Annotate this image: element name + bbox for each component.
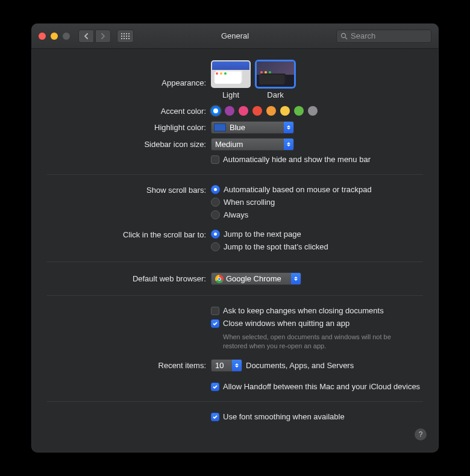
- highlight-value: Blue: [230, 123, 245, 132]
- autohide-menubar-checkbox[interactable]: Automatically hide and show the menu bar: [211, 155, 371, 164]
- scrollbars-option-0[interactable]: Automatically based on mouse or trackpad: [211, 185, 372, 194]
- appearance-light-option[interactable]: [211, 60, 251, 88]
- accent-swatch-0[interactable]: [211, 106, 221, 116]
- divider: [47, 401, 423, 402]
- preferences-window: General Search Appearance: Light Dark: [31, 23, 439, 453]
- grid-icon: [121, 33, 130, 39]
- scrollbars-option-label: When scrolling: [224, 198, 275, 207]
- checkbox-icon: [211, 413, 219, 421]
- zoom-window-button[interactable]: [63, 33, 70, 40]
- select-arrow-icon: [291, 273, 301, 284]
- font-smoothing-label: Use font smoothing when available: [223, 412, 345, 421]
- svg-rect-6: [126, 36, 127, 37]
- recent-label: Recent items:: [31, 361, 211, 370]
- svg-line-13: [345, 37, 347, 39]
- svg-rect-0: [121, 33, 122, 34]
- select-arrow-icon: [232, 360, 242, 371]
- accent-swatch-6[interactable]: [294, 106, 304, 116]
- minimize-window-button[interactable]: [51, 33, 58, 40]
- accent-label: Accent color:: [31, 107, 211, 116]
- accent-color-swatches: [211, 106, 318, 116]
- click-scroll-label: Click in the scroll bar to:: [31, 230, 211, 239]
- svg-rect-1: [124, 33, 125, 34]
- appearance-dark-option[interactable]: [255, 60, 295, 88]
- click-scroll-option-0[interactable]: Jump to the next page: [211, 230, 328, 239]
- checkbox-icon: [211, 155, 219, 164]
- window-controls: [39, 33, 70, 40]
- search-icon: [340, 33, 348, 40]
- click-scroll-option-label: Jump to the spot that's clicked: [224, 242, 328, 251]
- browser-label: Default web browser:: [31, 274, 211, 283]
- divider: [47, 174, 423, 175]
- font-smoothing-checkbox[interactable]: Use font smoothing when available: [211, 412, 345, 421]
- chevron-left-icon: [84, 33, 89, 39]
- radio-icon: [211, 210, 220, 219]
- divider: [47, 261, 423, 262]
- sidebar-size-label: Sidebar icon size:: [31, 140, 211, 149]
- svg-rect-7: [128, 36, 130, 37]
- svg-rect-4: [121, 36, 122, 37]
- svg-rect-5: [124, 36, 125, 37]
- browser-select[interactable]: Google Chrome: [211, 272, 301, 285]
- nav-buttons: [78, 30, 111, 43]
- sidebar-size-select[interactable]: Medium: [211, 138, 294, 151]
- accent-swatch-2[interactable]: [239, 106, 248, 116]
- forward-button[interactable]: [95, 30, 111, 43]
- help-button[interactable]: ?: [415, 428, 427, 440]
- scrollbars-option-label: Always: [224, 210, 248, 219]
- highlight-color-select[interactable]: Blue: [211, 121, 294, 134]
- sidebar-size-value: Medium: [215, 140, 243, 149]
- ask-keep-label: Ask to keep changes when closing documen…: [223, 306, 384, 315]
- appearance-dark-label: Dark: [267, 90, 283, 99]
- show-all-button[interactable]: [117, 30, 134, 43]
- help-icon: ?: [419, 430, 423, 439]
- accent-swatch-1[interactable]: [225, 106, 234, 116]
- svg-point-12: [342, 33, 346, 37]
- click-scroll-option-label: Jump to the next page: [224, 230, 301, 239]
- browser-value: Google Chrome: [226, 274, 281, 283]
- close-windows-label: Close windows when quitting an app: [223, 319, 349, 328]
- scrollbars-option-1[interactable]: When scrolling: [211, 198, 372, 207]
- handoff-label: Allow Handoff between this Mac and your …: [223, 382, 420, 391]
- handoff-checkbox[interactable]: Allow Handoff between this Mac and your …: [211, 382, 420, 391]
- divider: [47, 295, 423, 296]
- checkbox-icon: [211, 383, 219, 391]
- radio-icon: [211, 242, 220, 251]
- appearance-options: Light Dark: [211, 60, 295, 99]
- search-field[interactable]: Search: [336, 30, 431, 43]
- radio-icon: [211, 230, 220, 239]
- highlight-label: Highlight color:: [31, 123, 211, 132]
- scrollbars-option-2[interactable]: Always: [211, 210, 372, 219]
- svg-rect-9: [124, 38, 125, 39]
- ask-keep-checkbox[interactable]: Ask to keep changes when closing documen…: [211, 306, 384, 315]
- select-arrow-icon: [284, 139, 293, 150]
- preferences-body: Appearance: Light Dark Accent color:: [31, 49, 439, 423]
- accent-swatch-5[interactable]: [280, 106, 290, 116]
- titlebar: General Search: [31, 23, 439, 49]
- search-placeholder: Search: [351, 31, 375, 40]
- chrome-icon: [215, 275, 224, 283]
- scrollbars-label: Show scroll bars:: [31, 185, 211, 195]
- svg-rect-2: [126, 33, 127, 34]
- appearance-light-label: Light: [222, 90, 239, 99]
- recent-items-select[interactable]: 10: [211, 359, 242, 372]
- recent-suffix: Documents, Apps, and Servers: [246, 361, 354, 370]
- radio-icon: [211, 198, 220, 207]
- back-button[interactable]: [78, 30, 94, 43]
- close-window-button[interactable]: [39, 33, 46, 40]
- scrollbars-radiogroup: Automatically based on mouse or trackpad…: [211, 185, 372, 219]
- close-windows-checkbox[interactable]: Close windows when quitting an app: [211, 319, 349, 328]
- autohide-menubar-label: Automatically hide and show the menu bar: [223, 155, 371, 164]
- click-scroll-option-1[interactable]: Jump to the spot that's clicked: [211, 242, 328, 251]
- close-windows-hint: When selected, open documents and window…: [211, 331, 410, 351]
- accent-swatch-7[interactable]: [308, 106, 318, 116]
- select-arrow-icon: [284, 122, 293, 133]
- radio-icon: [211, 185, 220, 194]
- accent-swatch-3[interactable]: [252, 106, 262, 116]
- accent-swatch-4[interactable]: [266, 106, 276, 116]
- click-scroll-radiogroup: Jump to the next pageJump to the spot th…: [211, 230, 328, 251]
- checkbox-icon: [211, 307, 219, 315]
- appearance-label: Appearance:: [31, 60, 211, 87]
- checkbox-icon: [211, 319, 219, 328]
- scrollbars-option-label: Automatically based on mouse or trackpad: [224, 185, 372, 194]
